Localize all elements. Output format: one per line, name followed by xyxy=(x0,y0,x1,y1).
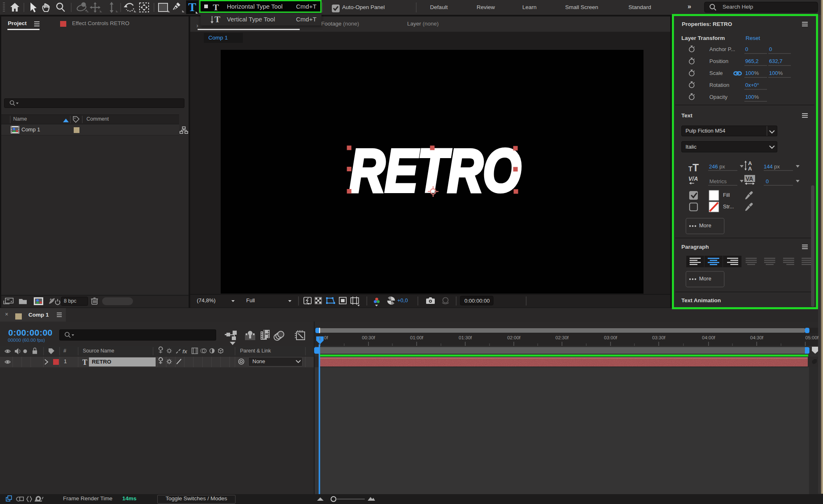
svg-text:T: T xyxy=(188,0,196,14)
svg-text:T: T xyxy=(214,15,220,24)
svg-text:T: T xyxy=(82,358,87,366)
svg-text:fx: fx xyxy=(182,348,187,355)
